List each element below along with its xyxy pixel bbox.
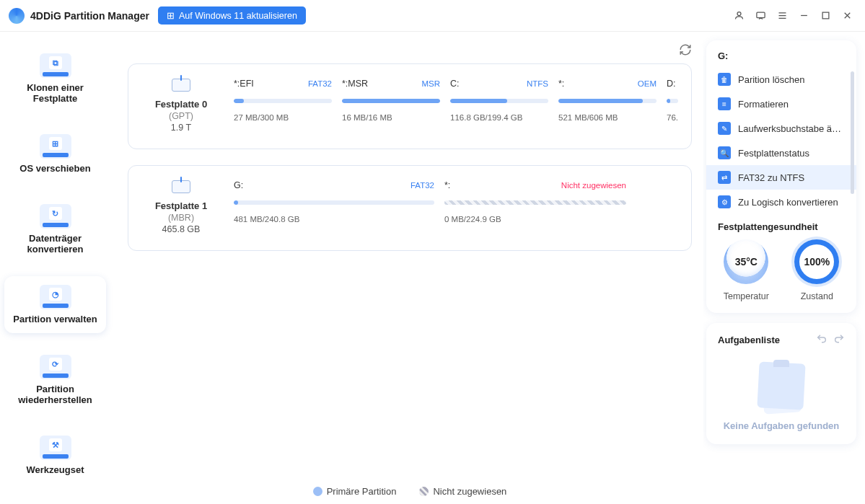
operations-list: 🗑Parition löschen≡Formatieren✎Laufwerksb… xyxy=(706,67,856,214)
disk-scheme: (MBR) xyxy=(141,213,221,223)
operation-item-2[interactable]: ✎Laufwerksbuchstabe än… xyxy=(706,116,856,141)
partition-usage-text: 0 MB/224.9 GB xyxy=(444,215,626,224)
menu-icon[interactable] xyxy=(773,6,791,25)
partition-label: *: xyxy=(558,79,564,89)
sidebar-icon: ◔ xyxy=(40,285,71,309)
sidebar-item-0[interactable]: ⧉ Klonen einer Festplatte xyxy=(4,45,106,112)
condition-ring: 100% xyxy=(794,239,839,284)
sidebar: ⧉ Klonen einer Festplatte⊞ OS verschiebe… xyxy=(0,32,110,504)
operation-icon: ≡ xyxy=(718,97,731,110)
operation-icon: ⇄ xyxy=(718,171,731,184)
partitions-row: *:EFIFAT32 27 MB/300 MB *:MSRMSR 16 MB/1… xyxy=(234,79,678,133)
partition-label: D: xyxy=(667,79,676,89)
sidebar-item-2[interactable]: ↻ Datenträger konvertieren xyxy=(4,195,106,263)
sidebar-item-4[interactable]: ⟳ Partition wiederherstellen xyxy=(4,346,106,414)
disk-info[interactable]: Festplatte 0 (GPT) 1.9 T xyxy=(141,79,221,133)
refresh-button[interactable] xyxy=(679,43,692,58)
partition-label: *: xyxy=(444,180,450,190)
undo-button[interactable] xyxy=(816,333,827,347)
sidebar-item-label: Werkzeugset xyxy=(9,464,102,475)
close-button[interactable] xyxy=(838,6,856,25)
upgrade-label: Auf Windows 11 aktualisieren xyxy=(179,11,297,21)
operation-item-3[interactable]: 🔍Festplattenstatus xyxy=(706,141,856,165)
partition-block[interactable]: *:EFIFAT32 27 MB/300 MB xyxy=(234,79,332,133)
disk-name: Festplatte 0 xyxy=(141,99,221,110)
sidebar-icon: ⚒ xyxy=(40,436,71,460)
legend-unallocated: Nicht zugewiesen xyxy=(419,486,506,497)
temperature-label: Temperatur xyxy=(724,291,769,301)
sidebar-item-1[interactable]: ⊞ OS verschieben xyxy=(4,125,106,182)
condition-label: Zustand xyxy=(794,291,839,301)
partition-usage-bar xyxy=(450,99,548,103)
partition-fs: NTFS xyxy=(527,79,548,88)
partition-usage-text: 76. xyxy=(667,113,678,122)
partition-usage-bar xyxy=(558,99,657,103)
operations-card: G: 🗑Parition löschen≡Formatieren✎Laufwer… xyxy=(706,40,856,313)
legend-primary: Primäre Partition xyxy=(313,486,397,497)
empty-tasks-icon xyxy=(754,363,809,413)
sidebar-icon: ⊞ xyxy=(40,134,71,159)
drive-icon xyxy=(172,180,190,193)
partition-usage-text: 27 MB/300 MB xyxy=(234,113,332,122)
operation-item-4[interactable]: ⇄FAT32 zu NTFS xyxy=(706,165,856,190)
maximize-button[interactable] xyxy=(816,6,835,25)
partition-label: C: xyxy=(450,79,460,89)
operation-item-1[interactable]: ≡Formatieren xyxy=(706,92,856,116)
partition-label: *:MSR xyxy=(342,79,368,89)
partition-fs: FAT32 xyxy=(410,181,434,190)
temperature-ring: 35°C xyxy=(724,239,768,284)
right-panel: G: 🗑Parition löschen≡Formatieren✎Laufwer… xyxy=(706,32,865,504)
selected-drive-label: G: xyxy=(706,50,856,67)
operation-label: FAT32 zu NTFS xyxy=(738,172,804,183)
partition-block[interactable]: *:Nicht zugewiesen 0 MB/224.9 GB xyxy=(444,180,626,234)
operation-label: Festplattenstatus xyxy=(738,148,809,159)
drive-icon xyxy=(172,79,190,92)
disk-info[interactable]: Festplatte 1 (MBR) 465.8 GB xyxy=(141,180,221,234)
tasks-title: Aufgabenliste xyxy=(718,335,780,345)
sidebar-icon: ↻ xyxy=(40,204,71,229)
operation-icon: ✎ xyxy=(718,122,731,135)
sidebar-item-3[interactable]: ◔ Partition verwalten xyxy=(4,276,106,333)
partition-block[interactable]: C:NTFS 116.8 GB/199.4 GB xyxy=(450,79,548,133)
health-gauges: 35°C Temperatur 100% Zustand xyxy=(706,232,856,303)
operation-item-0[interactable]: 🗑Parition löschen xyxy=(706,67,856,92)
partition-block[interactable]: G:FAT32 481 MB/240.8 GB xyxy=(234,180,434,234)
disk-size: 465.8 GB xyxy=(141,224,221,234)
operation-label: Zu Logisch konvertieren xyxy=(738,197,838,208)
operation-item-5[interactable]: ⚙Zu Logisch konvertieren xyxy=(706,190,856,214)
sidebar-icon: ⟳ xyxy=(40,355,71,379)
operation-label: Formatieren xyxy=(738,99,789,110)
svg-point-0 xyxy=(737,12,741,16)
partition-usage-text: 521 MB/606 MB xyxy=(558,113,657,122)
disk-name: Festplatte 1 xyxy=(141,200,221,211)
titlebar: 4DDiG Partition Manager ⊞ Auf Windows 11… xyxy=(0,0,865,32)
sidebar-item-label: Klonen einer Festplatte xyxy=(9,82,102,104)
operation-icon: 🗑 xyxy=(718,73,731,86)
disk-size: 1.9 T xyxy=(141,123,221,133)
operation-label: Laufwerksbuchstabe än… xyxy=(738,123,845,134)
operation-icon: 🔍 xyxy=(718,146,731,159)
partition-block[interactable]: *:OEM 521 MB/606 MB xyxy=(558,79,657,133)
disk-card-1: Festplatte 1 (MBR) 465.8 GB G:FAT32 481 … xyxy=(128,165,692,251)
partition-fs: Nicht zugewiesen xyxy=(561,181,626,190)
main-area: Festplatte 0 (GPT) 1.9 T *:EFIFAT32 27 M… xyxy=(110,32,706,504)
partition-fs: MSR xyxy=(421,79,440,88)
svg-rect-1 xyxy=(756,12,764,18)
sidebar-item-label: Datenträger konvertieren xyxy=(9,233,102,255)
account-icon[interactable] xyxy=(729,6,748,25)
minimize-button[interactable] xyxy=(794,6,813,25)
partitions-row: G:FAT32 481 MB/240.8 GB *:Nicht zugewies… xyxy=(234,180,678,234)
partition-usage-bar xyxy=(234,200,434,205)
redo-button[interactable] xyxy=(833,333,845,347)
partition-usage-bar xyxy=(444,200,626,205)
upgrade-windows-button[interactable]: ⊞ Auf Windows 11 aktualisieren xyxy=(158,6,306,25)
partition-block[interactable]: *:MSRMSR 16 MB/16 MB xyxy=(342,79,440,133)
temperature-gauge: 35°C Temperatur xyxy=(724,239,769,301)
partition-usage-bar xyxy=(667,99,678,103)
sidebar-item-5[interactable]: ⚒ Werkzeugset xyxy=(4,427,106,484)
partition-usage-bar xyxy=(342,99,440,103)
feedback-icon[interactable] xyxy=(751,6,770,25)
partition-usage-bar xyxy=(234,99,332,103)
partition-block[interactable]: D: 76. xyxy=(667,79,678,133)
sidebar-item-label: Partition wiederherstellen xyxy=(9,384,102,405)
